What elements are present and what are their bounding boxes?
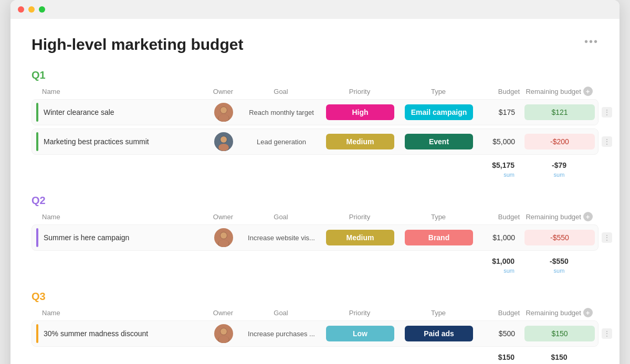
row-owner — [205, 132, 242, 151]
maximize-button[interactable] — [39, 6, 45, 13]
col-header-priority: Priority — [320, 309, 399, 317]
row-budget: $5,000 — [478, 137, 520, 146]
page-header: High-level marketing budget ••• — [32, 36, 598, 53]
avatar — [214, 132, 233, 151]
col-headers-q1: Name Owner Goal Priority Type Budget Rem… — [32, 87, 598, 99]
row-priority: Medium — [321, 230, 400, 245]
col-header-owner: Owner — [205, 309, 242, 317]
row-budget: $175 — [478, 108, 520, 116]
sum-remaining-value: $150 — [520, 353, 598, 361]
add-column-button[interactable]: + — [583, 308, 593, 317]
priority-badge: Low — [326, 326, 394, 341]
row-menu-button[interactable]: ⋮ — [602, 107, 612, 117]
add-column-button[interactable]: + — [583, 87, 593, 96]
summary-remaining: $150 sum — [520, 353, 598, 364]
sum-budget-value: $5,175 — [478, 161, 514, 169]
table-row[interactable]: 30% summer madness discount Increase pur… — [32, 320, 598, 347]
row-type: Brand — [400, 230, 478, 245]
row-remaining: $150 — [520, 326, 599, 341]
row-border — [36, 103, 38, 122]
avatar-image — [214, 228, 233, 247]
section-q3: Q3 Name Owner Goal Priority Type Budget … — [32, 291, 598, 364]
row-name-q1-1: Marketing best practices summit — [32, 132, 205, 151]
row-owner — [205, 324, 242, 343]
row-name-q3-0: 30% summer madness discount — [32, 324, 205, 343]
summary-budget: $150 sum — [478, 353, 520, 364]
row-owner — [205, 103, 242, 122]
app-window: High-level marketing budget ••• Q1 Name … — [10, 0, 620, 364]
section-q1: Q1 Name Owner Goal Priority Type Budget … — [32, 69, 598, 179]
remaining-value: -$200 — [524, 134, 595, 149]
summary-budget: $5,175 sum — [478, 161, 520, 179]
type-badge: Brand — [405, 230, 473, 245]
col-header-type: Type — [399, 213, 478, 221]
row-name-q1-0: Winter clearance sale — [32, 103, 205, 122]
svg-point-15 — [218, 336, 229, 343]
summary-remaining: -$550 sum — [520, 257, 598, 275]
row-menu-button[interactable]: ⋮ — [602, 136, 612, 147]
row-budget: $1,000 — [478, 233, 520, 242]
row-name-text: Winter clearance sale — [44, 108, 114, 116]
table-row[interactable]: Marketing best practices summit Lead gen… — [32, 129, 598, 155]
col-header-name: Name — [32, 88, 205, 95]
col-header-budget: Budget — [478, 309, 520, 317]
sum-remaining-label: sum — [554, 267, 565, 274]
section-header-q2: Q2 — [32, 195, 598, 207]
col-header-name: Name — [32, 309, 205, 317]
remaining-value: -$550 — [524, 230, 595, 245]
table-row[interactable]: Winter clearance sale Reach monthly targ… — [32, 99, 598, 125]
priority-badge: Medium — [326, 134, 394, 149]
sum-budget-label: sum — [503, 172, 514, 178]
row-menu-button[interactable]: ⋮ — [602, 232, 612, 243]
section-title-q1: Q1 — [32, 69, 46, 81]
col-header-remaining: Remaining budget + — [520, 87, 598, 96]
table-row[interactable]: Summer is here campaign Increase website… — [32, 224, 598, 251]
close-button[interactable] — [18, 6, 24, 13]
row-border — [36, 228, 38, 247]
row-type: Event — [400, 134, 478, 149]
col-header-priority: Priority — [320, 88, 399, 95]
row-goal: Increase website vis... — [242, 234, 321, 242]
summary-remaining: -$79 sum — [520, 161, 598, 179]
more-options-button[interactable]: ••• — [584, 36, 598, 48]
col-header-type: Type — [399, 88, 478, 95]
section-title-q3: Q3 — [32, 291, 46, 303]
col-header-priority: Priority — [320, 213, 399, 221]
priority-badge: Medium — [326, 230, 394, 245]
avatar-image — [214, 324, 233, 343]
row-priority: High — [321, 104, 400, 120]
col-header-goal: Goal — [242, 309, 320, 317]
row-actions: ⋮ — [599, 232, 615, 243]
row-budget: $500 — [478, 329, 520, 338]
row-border — [36, 324, 38, 343]
titlebar — [10, 0, 620, 19]
type-badge: Paid ads — [405, 326, 473, 341]
row-menu-button[interactable]: ⋮ — [602, 328, 612, 339]
svg-point-10 — [220, 232, 227, 239]
row-owner — [205, 228, 242, 247]
priority-badge: High — [326, 104, 394, 120]
col-header-remaining: Remaining budget + — [520, 212, 598, 221]
row-name-text: Marketing best practices summit — [44, 137, 149, 146]
sections-container: Q1 Name Owner Goal Priority Type Budget … — [32, 69, 598, 364]
summary-budget: $1,000 sum — [478, 257, 520, 275]
col-header-name: Name — [32, 213, 205, 221]
col-headers-q2: Name Owner Goal Priority Type Budget Rem… — [32, 212, 598, 224]
add-column-button[interactable]: + — [583, 212, 593, 221]
minimize-button[interactable] — [28, 6, 35, 13]
row-name-text: Summer is here campaign — [44, 233, 129, 242]
sum-budget-value: $150 — [478, 353, 514, 361]
avatar — [214, 103, 233, 122]
summary-row-q1: $5,175 sum -$79 sum — [32, 158, 598, 179]
col-header-goal: Goal — [242, 213, 320, 221]
col-headers-q3: Name Owner Goal Priority Type Budget Rem… — [32, 308, 598, 320]
svg-point-7 — [218, 144, 229, 151]
sum-remaining-label: sum — [554, 172, 565, 178]
row-border — [36, 132, 38, 151]
sum-budget-value: $1,000 — [478, 257, 514, 265]
row-remaining: -$550 — [520, 230, 599, 245]
avatar — [214, 324, 233, 343]
sum-remaining-value: -$79 — [520, 161, 598, 169]
row-goal: Reach monthly target — [242, 109, 321, 116]
col-header-budget: Budget — [478, 213, 520, 221]
